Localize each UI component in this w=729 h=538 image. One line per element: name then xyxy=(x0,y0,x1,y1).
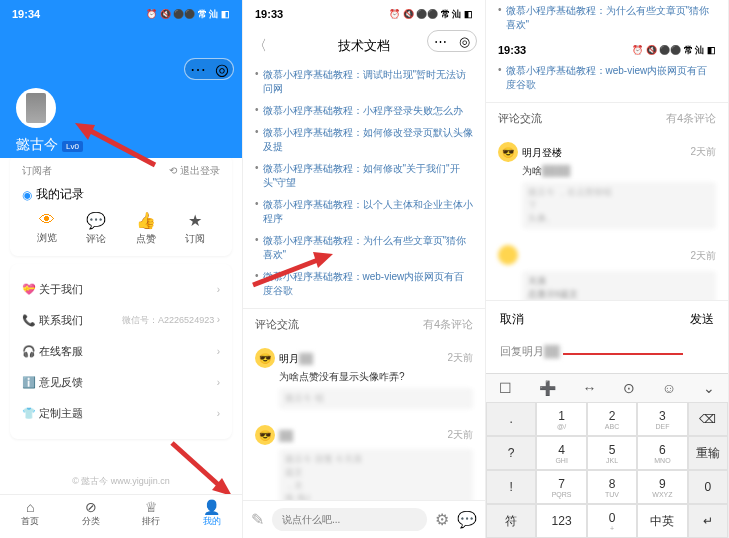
keyboard: ☐➕↔⊙☺⌄ .1@/2ABC3DEF⌫?4GHI5JKL6MNO重输!7PQR… xyxy=(486,373,728,538)
back-button[interactable]: 〈 xyxy=(253,37,267,55)
menu-item[interactable]: 👕 定制主题 › xyxy=(22,398,220,429)
kbd-tool[interactable]: ☺ xyxy=(662,380,676,396)
keyboard-key[interactable]: 8TUV xyxy=(587,470,637,504)
records-icon: ◉ xyxy=(22,188,32,202)
screen-profile: 19:34 ⏰ 🔇 ⚫⚫ 常 汕 ◧ ⋯ ◎ 懿古今Lv0 订阅者 ⟲ 退出登录… xyxy=(0,0,243,538)
target-icon[interactable]: ◎ xyxy=(215,60,229,79)
keyboard-key[interactable]: ⌫ xyxy=(688,402,728,436)
article-item[interactable]: 微慕小程序基础教程：小程序登录失败怎么办 xyxy=(255,100,473,122)
cancel-button[interactable]: 取消 xyxy=(500,311,524,328)
comment-body: 为啥████ 懿古今 ，在点赞按钮 下 头像。 xyxy=(522,164,716,229)
status-time: 19:34 xyxy=(12,8,40,20)
screen-reply: 微慕小程序基础教程：为什么有些文章页"猜你喜欢" 19:33 ⏰ 🔇 ⚫⚫ 常 … xyxy=(486,0,729,538)
comment-time: 2天前 xyxy=(690,249,716,263)
comment-input-bar: ✎ ⚙ 💬 xyxy=(243,500,485,538)
keyboard-key[interactable]: . xyxy=(486,402,536,436)
keyboard-key[interactable]: 符 xyxy=(486,504,536,538)
more-icon[interactable]: ⋯ xyxy=(190,60,206,79)
comment-input[interactable] xyxy=(272,508,427,531)
article-list: 微慕小程序基础教程：调试时出现"暂时无法访问网微慕小程序基础教程：小程序登录失败… xyxy=(243,64,485,302)
copyright: © 懿古今 www.yigujin.cn xyxy=(0,475,242,488)
reply-field[interactable]: 回复明月██ xyxy=(486,338,728,373)
keyboard-key[interactable]: ! xyxy=(486,470,536,504)
comment-avatar xyxy=(498,245,518,265)
nav-item[interactable]: ♕排行 xyxy=(121,495,182,538)
article-item[interactable]: 微慕小程序基础教程：为什么有些文章页"猜你喜欢" xyxy=(255,230,473,266)
settings-menu: 💝 关于我们 ›📞 联系我们微信号：A2226524923 ›🎧 在线客服 ›ℹ… xyxy=(10,264,232,439)
keyboard-key[interactable]: 重输 xyxy=(688,436,728,470)
footer: © 懿古今 www.yigujin.cn ⌂首页⊘分类♕排行👤我的 xyxy=(0,475,242,538)
status-bar: 19:33 ⏰ 🔇 ⚫⚫ 常 汕 ◧ xyxy=(243,0,485,28)
page-header: 〈 技术文档 ⋯ ◎ xyxy=(243,28,485,64)
more-icon[interactable]: ⋯ xyxy=(434,34,447,49)
records-tabs: 👁浏览💬评论👍点赞★订阅 xyxy=(22,211,220,246)
comment-time: 2天前 xyxy=(690,145,716,159)
keyboard-key[interactable]: 0 xyxy=(688,470,728,504)
kbd-tool[interactable]: ⌄ xyxy=(703,380,715,396)
logout-button[interactable]: ⟲ 退出登录 xyxy=(169,164,220,178)
status-time: 19:33 xyxy=(255,8,283,20)
comment-reply: 懿古今 ，在点赞按钮 下 头像。 xyxy=(522,182,716,229)
menu-item[interactable]: 📞 联系我们微信号：A2226524923 › xyxy=(22,305,220,336)
menu-item[interactable]: ℹ️ 意见反馈 › xyxy=(22,367,220,398)
bottom-nav: ⌂首页⊘分类♕排行👤我的 xyxy=(0,494,242,538)
article-item[interactable]: 微慕小程序基础教程：以个人主体和企业主体小程序 xyxy=(255,194,473,230)
reply-panel: 取消 发送 回复明月██ ☐➕↔⊙☺⌄ .1@/2ABC3DEF⌫?4GHI5J… xyxy=(486,300,728,538)
comment-item: 😎明月██2天前 为啥点赞没有显示头像咋弄?懿古今 钮 xyxy=(243,340,485,417)
article-item[interactable]: 微慕小程序基础教程：如何修改"关于我们"开头"守望 xyxy=(255,158,473,194)
keyboard-toolbar: ☐➕↔⊙☺⌄ xyxy=(486,374,728,402)
records-tab[interactable]: ★订阅 xyxy=(185,211,205,246)
keyboard-key[interactable]: 中英 xyxy=(637,504,687,538)
settings-icon[interactable]: ⚙ xyxy=(435,510,449,529)
keyboard-key[interactable]: 5JKL xyxy=(587,436,637,470)
records-title: ◉ 我的记录 xyxy=(22,186,220,203)
nav-item[interactable]: 👤我的 xyxy=(182,495,243,538)
records-tab[interactable]: 👍点赞 xyxy=(136,211,156,246)
capsule-menu[interactable]: ⋯ ◎ xyxy=(427,30,477,52)
kbd-tool[interactable]: ➕ xyxy=(539,380,556,396)
keyboard-key[interactable]: 9WXYZ xyxy=(637,470,687,504)
kbd-tool[interactable]: ☐ xyxy=(499,380,512,396)
nav-item[interactable]: ⌂首页 xyxy=(0,495,61,538)
records-tab[interactable]: 💬评论 xyxy=(86,211,106,246)
keyboard-key[interactable]: 0+ xyxy=(587,504,637,538)
keyboard-key[interactable]: 1@/ xyxy=(536,402,586,436)
status-time: 19:33 xyxy=(498,44,526,56)
menu-item[interactable]: 🎧 在线客服 › xyxy=(22,336,220,367)
article-item[interactable]: 微慕小程序基础教程：如何修改登录页默认头像及提 xyxy=(255,122,473,158)
keyboard-key[interactable]: 6MNO xyxy=(637,436,687,470)
keyboard-key[interactable]: 7PQRS xyxy=(536,470,586,504)
keyboard-key[interactable]: 3DEF xyxy=(637,402,687,436)
article-item[interactable]: 微慕小程序基础教程：调试时出现"暂时无法访问网 xyxy=(255,64,473,100)
comments-list: 😎明月██2天前 为啥点赞没有显示头像咋弄?懿古今 钮 😎██2天前 懿古今 回… xyxy=(243,340,485,517)
nav-item[interactable]: ⊘分类 xyxy=(61,495,122,538)
keyboard-key[interactable]: ↵ xyxy=(688,504,728,538)
comment-author: 明月登楼 xyxy=(522,147,562,158)
keyboard-key[interactable]: 4GHI xyxy=(536,436,586,470)
status-bar: 19:34 ⏰ 🔇 ⚫⚫ 常 汕 ◧ xyxy=(0,0,242,28)
records-tab[interactable]: 👁浏览 xyxy=(37,211,57,246)
send-button[interactable]: 发送 xyxy=(690,311,714,328)
article-link[interactable]: 微慕小程序基础教程：web-view内嵌网页有百度谷歌 xyxy=(498,60,716,96)
annotation-underline xyxy=(563,353,683,355)
comment-item: 😎明月登楼 2天前 为啥████ 懿古今 ，在点赞按钮 下 头像。 xyxy=(486,134,728,237)
level-badge: Lv0 xyxy=(62,141,83,152)
kbd-tool[interactable]: ⊙ xyxy=(623,380,635,396)
keyboard-key[interactable]: ? xyxy=(486,436,536,470)
target-icon[interactable]: ◎ xyxy=(459,34,470,49)
keyboard-key[interactable]: 123 xyxy=(536,504,586,538)
status-icons: ⏰ 🔇 ⚫⚫ 常 汕 ◧ xyxy=(146,8,230,21)
user-avatar[interactable] xyxy=(16,88,56,128)
chat-icon[interactable]: 💬 xyxy=(457,510,477,529)
article-item[interactable]: 微慕小程序基础教程：web-view内嵌网页有百度谷歌 xyxy=(255,266,473,302)
profile-header: ⋯ ◎ 懿古今Lv0 xyxy=(0,28,242,158)
keyboard-keys: .1@/2ABC3DEF⌫?4GHI5JKL6MNO重输!7PQRS8TUV9W… xyxy=(486,402,728,538)
keyboard-key[interactable]: 2ABC xyxy=(587,402,637,436)
kbd-tool[interactable]: ↔ xyxy=(583,380,597,396)
comments-header: 评论交流 有4条评论 xyxy=(486,102,728,134)
article-link[interactable]: 微慕小程序基础教程：为什么有些文章页"猜你喜欢" xyxy=(498,0,716,36)
screen-article: 19:33 ⏰ 🔇 ⚫⚫ 常 汕 ◧ 〈 技术文档 ⋯ ◎ 微慕小程序基础教程：… xyxy=(243,0,486,538)
status-icons: ⏰ 🔇 ⚫⚫ 常 汕 ◧ xyxy=(389,8,473,21)
capsule-menu[interactable]: ⋯ ◎ xyxy=(184,58,234,80)
menu-item[interactable]: 💝 关于我们 › xyxy=(22,274,220,305)
